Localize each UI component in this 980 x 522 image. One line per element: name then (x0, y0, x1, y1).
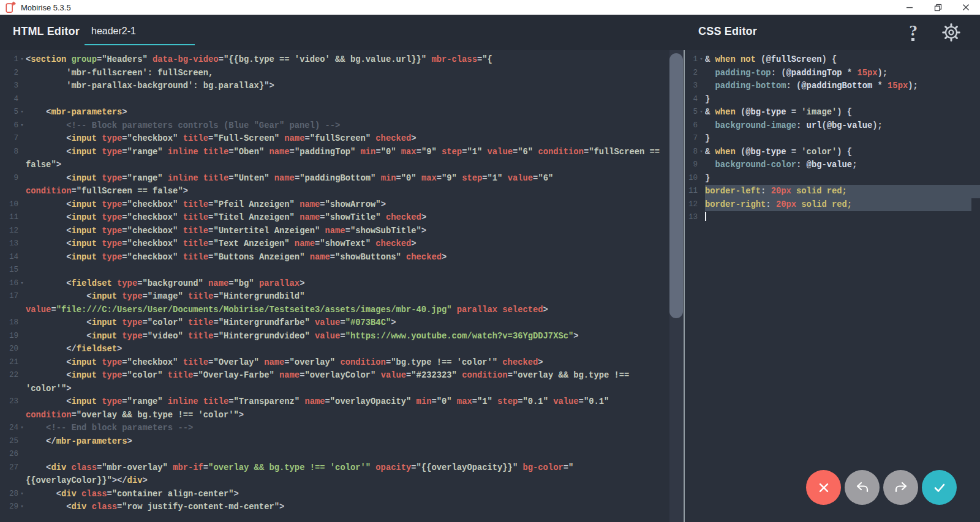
code-line[interactable]: 13 (685, 211, 980, 225)
code-line[interactable]: 29▾ <div class="row justify-content-md-c… (0, 501, 684, 514)
panel-divider[interactable] (684, 50, 685, 522)
code-line[interactable]: 8 <input type="range" inline title="Oben… (0, 146, 684, 159)
code-line[interactable]: 12 <input type="checkbox" title="Unterti… (0, 225, 684, 238)
code-line[interactable]: 1▾<section group="Headers" data-bg-video… (0, 53, 684, 67)
fold-arrow-icon[interactable]: ▾ (18, 488, 26, 501)
help-icon: ? (910, 24, 918, 41)
code-line[interactable]: 7 <input type="checkbox" title="Full-Scr… (0, 132, 684, 146)
line-number: 21 (0, 356, 18, 370)
code-line[interactable]: 15 (0, 264, 684, 277)
fold-arrow-icon[interactable]: ▾ (698, 106, 705, 119)
line-number: 6 (0, 119, 18, 133)
code-line[interactable]: 25 </mbr-parameters> (0, 435, 684, 449)
code-line[interactable]: 12border-right: 20px solid red; (685, 198, 980, 212)
help-button[interactable]: ? (902, 21, 925, 44)
code-line[interactable]: 19 <input type="video" title="Hintergrun… (0, 330, 684, 343)
confirm-button[interactable] (922, 470, 957, 505)
line-number: 11 (0, 211, 18, 225)
undo-button[interactable] (845, 470, 880, 505)
line-number: 3 (0, 80, 18, 93)
code-line[interactable]: 26 (0, 448, 684, 461)
code-line[interactable]: 1▾& when not (@fullScreen) { (685, 53, 980, 67)
code-line[interactable]: 3 'mbr-parallax-background': bg.parallax… (0, 80, 684, 93)
code-line[interactable]: 6▾ <!-- Block parameters controls (Blue … (0, 119, 684, 133)
line-number: 20 (0, 343, 18, 356)
code-line[interactable]: 23 <input type="range" inline title="Tra… (0, 395, 684, 409)
code-line[interactable]: 4} (685, 93, 980, 106)
line-number: 19 (0, 330, 18, 343)
line-number: 11 (685, 185, 698, 198)
code-line[interactable]: 11 <input type="checkbox" title="Titel A… (0, 211, 684, 225)
redo-arrow-icon (892, 479, 910, 496)
code-line[interactable]: 17 <input type="image" title="Hintergrun… (0, 290, 684, 304)
code-line[interactable]: 22 <input type="color" title="Overlay-Fa… (0, 369, 684, 382)
fold-arrow-icon[interactable]: ▾ (18, 119, 26, 133)
code-line[interactable]: 4 (0, 93, 684, 106)
line-number: 5 (685, 106, 698, 119)
minimize-button[interactable] (895, 0, 924, 15)
code-line[interactable]: 13 <input type="checkbox" title="Text An… (0, 237, 684, 251)
code-line[interactable]: value="file:///C:/Users/User/Documents/M… (0, 304, 684, 317)
line-number: 10 (0, 198, 18, 212)
code-line[interactable]: 11border-left: 20px solid red; (685, 185, 980, 198)
app-title: Mobirise 5.3.5 (21, 3, 71, 12)
line-number: 4 (685, 93, 698, 106)
line-number: 22 (0, 369, 18, 382)
code-line[interactable]: 6 background-image: url(@bg-value); (685, 119, 980, 133)
line-number: 7 (0, 132, 18, 146)
line-number: 7 (685, 132, 698, 146)
fold-arrow-icon[interactable]: ▾ (18, 277, 26, 291)
code-line[interactable]: 18 <input type="color" title="Hintergrun… (0, 316, 684, 330)
cancel-button[interactable] (806, 470, 841, 505)
restore-button[interactable] (924, 0, 952, 15)
fold-arrow-icon[interactable]: ▾ (18, 501, 26, 514)
code-line[interactable]: 14 <input type="checkbox" title="Buttons… (0, 251, 684, 264)
line-number: 6 (685, 119, 698, 133)
code-line[interactable]: 28▾ <div class="container align-center"> (0, 488, 684, 501)
code-line[interactable]: 5▾ <mbr-parameters> (0, 106, 684, 119)
code-line[interactable]: 9 background-color: @bg-value; (685, 158, 980, 172)
line-number: 8 (0, 146, 18, 159)
line-number: 12 (0, 225, 18, 238)
tab-header2-1[interactable]: header2-1 (85, 23, 195, 45)
code-line[interactable]: 5▾& when (@bg-type = 'image') { (685, 106, 980, 119)
code-line[interactable]: {{overlayColor}}"></div> (0, 474, 684, 488)
fold-arrow-icon[interactable]: ▾ (698, 146, 705, 159)
line-number: 1 (0, 53, 18, 67)
code-line[interactable]: 9 <input type="range" inline title="Unte… (0, 172, 684, 185)
code-line[interactable]: 10 <input type="checkbox" title="Pfeil A… (0, 198, 684, 212)
code-line[interactable]: false"> (0, 158, 684, 172)
line-number: 13 (685, 211, 698, 225)
code-line[interactable]: condition="overlay && bg.type !== 'color… (0, 409, 684, 422)
line-number: 12 (685, 198, 698, 212)
mobirise-logo-icon (5, 1, 16, 13)
code-line[interactable]: 21 <input type="checkbox" title="Overlay… (0, 356, 684, 370)
code-line[interactable]: 10} (685, 172, 980, 185)
code-line[interactable]: 8▾& when (@bg-type = 'color') { (685, 146, 980, 159)
code-line[interactable]: 24▾ <!-- End block parameters --> (0, 422, 684, 435)
line-number: 18 (0, 316, 18, 330)
fold-arrow-icon[interactable]: ▾ (698, 53, 705, 67)
code-line[interactable]: 20 </fieldset> (0, 343, 684, 356)
code-line[interactable]: 7} (685, 132, 980, 146)
html-scrollbar-thumb[interactable] (669, 53, 683, 318)
line-number: 1 (685, 53, 698, 67)
code-line[interactable]: 27 <div class="mbr-overlay" mbr-if="over… (0, 461, 684, 475)
code-line[interactable]: condition="fullScreen == false"> (0, 185, 684, 198)
code-line[interactable]: 16▾ <fieldset type="background" name="bg… (0, 277, 684, 291)
fold-arrow-icon[interactable]: ▾ (18, 53, 26, 67)
title-bar: Mobirise 5.3.5 (0, 0, 980, 15)
redo-button[interactable] (883, 470, 918, 505)
css-editor-pane[interactable]: 1▾& when not (@fullScreen) {2 padding-to… (685, 50, 980, 522)
code-line[interactable]: 'color'"> (0, 382, 684, 396)
fold-arrow-icon[interactable]: ▾ (18, 422, 26, 435)
code-line[interactable]: 2 padding-top: (@paddingTop * 15px); (685, 67, 980, 80)
settings-button[interactable] (940, 21, 963, 44)
html-editor-pane[interactable]: 1▾<section group="Headers" data-bg-video… (0, 50, 684, 522)
fold-arrow-icon[interactable]: ▾ (18, 106, 26, 119)
code-line[interactable]: 2 'mbr-fullscreen': fullScreen, (0, 67, 684, 80)
line-number: 13 (0, 237, 18, 251)
line-number: 26 (0, 448, 18, 461)
code-line[interactable]: 3 padding-bottom: (@paddingBottom * 15px… (685, 80, 980, 93)
close-window-button[interactable] (952, 0, 980, 15)
